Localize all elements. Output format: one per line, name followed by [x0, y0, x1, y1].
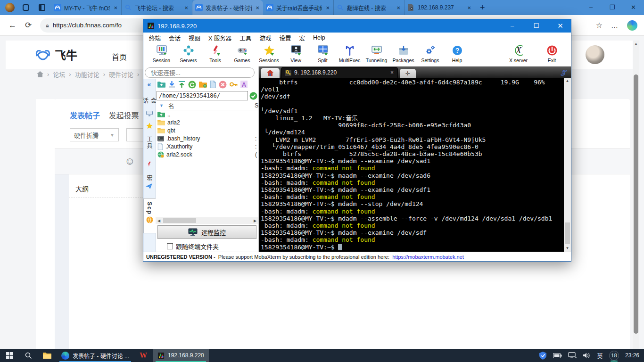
mobatek-link[interactable]: https://mobaxterm.mobatek.net [392, 254, 464, 260]
breadcrumb-item[interactable]: 功能讨论 [75, 70, 99, 79]
terminal-scroll-up-icon[interactable]: ▲ [564, 78, 571, 84]
toolbar-help-button[interactable]: ? Help [444, 44, 471, 63]
file-row[interactable]: .bash_history : [156, 134, 258, 142]
browser-tab[interactable]: 关于raid丢盘手动修 × [263, 0, 334, 15]
browser-tab[interactable]: MY-TV - 飞牛 fnOS × [51, 0, 122, 15]
tab-close-icon[interactable]: × [396, 4, 401, 11]
start-button[interactable] [0, 349, 19, 362]
menu-宏[interactable]: 宏 [299, 33, 305, 42]
browser-tab[interactable]: 192.168.9.237 × [405, 0, 475, 15]
post-tab-label[interactable]: 发表帖子 [70, 112, 100, 120]
tab-close-icon[interactable]: × [183, 4, 189, 11]
toolbar-multiexec-button[interactable]: MultiExec [336, 44, 363, 63]
sftp-path-input[interactable] [157, 91, 248, 100]
menu-游戏[interactable]: 游戏 [259, 33, 271, 42]
menu-X 服务器[interactable]: X 服务器 [208, 33, 231, 42]
vertical-tabs-icon[interactable] [36, 2, 48, 13]
file-row[interactable]: .Xauthority : [156, 142, 258, 150]
font-icon[interactable]: A [240, 81, 248, 88]
file-row[interactable]: qbt [156, 126, 258, 134]
scroll-left-icon[interactable]: ◀ [156, 219, 162, 223]
battery-icon[interactable] [553, 353, 562, 359]
menu-会话[interactable]: 会话 [169, 33, 181, 42]
new-file-icon[interactable] [210, 81, 216, 88]
browser-minimize-button[interactable]: – [580, 0, 602, 15]
taskbar-clock[interactable]: 23:26 [625, 352, 639, 359]
more-menu-icon[interactable]: … [611, 21, 619, 29]
toolbar-split-button[interactable]: Split [309, 44, 336, 63]
breadcrumb-item[interactable]: 硬件讨论 [109, 70, 133, 79]
parent-dir-icon[interactable] [157, 81, 165, 88]
copilot-icon[interactable] [627, 20, 637, 31]
taskbar-mobaxterm-button[interactable]: 192.168.9.220 [153, 349, 209, 362]
moba-minimize-button[interactable]: – [502, 19, 523, 33]
file-explorer-icon[interactable] [38, 349, 57, 362]
toolbar-x-server-button[interactable]: X X server [505, 44, 532, 63]
taskbar-edge-button[interactable]: 发表帖子 - 硬件讨论 ... [57, 349, 134, 362]
close-session-icon[interactable]: × [390, 69, 394, 76]
home-tab[interactable] [261, 68, 280, 78]
tab-close-icon[interactable]: × [466, 4, 472, 11]
taskbar-search-icon[interactable] [19, 349, 38, 362]
browser-restore-button[interactable]: ❐ [602, 0, 623, 15]
follow-terminal-folder-checkbox[interactable]: 跟随终端文件夹 [156, 240, 258, 252]
menu-工具[interactable]: 工具 [239, 33, 251, 42]
profile-avatar-icon[interactable] [4, 2, 16, 13]
terminal-scroll-down-icon[interactable]: ▼ [564, 245, 571, 252]
terminal-scrollbar-thumb[interactable] [565, 222, 570, 244]
file-row[interactable]: .. [156, 110, 258, 118]
toolbar-tools-button[interactable]: Tools [202, 44, 229, 63]
file-row[interactable]: aria2.sock ( [156, 150, 258, 158]
menu-终端[interactable]: 终端 [149, 33, 161, 42]
notification-badge[interactable]: 18 [609, 351, 619, 361]
delete-icon[interactable] [219, 81, 227, 89]
quick-connect-input[interactable] [145, 67, 255, 78]
sidebar-tab-redtool[interactable] [143, 158, 156, 172]
toolbar-settings-button[interactable]: Settings [417, 44, 444, 63]
toolbar-session-button[interactable]: Session [148, 44, 175, 63]
refresh-icon[interactable] [188, 81, 196, 89]
download-icon[interactable] [168, 81, 175, 88]
file-list-header[interactable]: ▼ 名 S [156, 101, 258, 110]
sidebar-tab-工具[interactable]: 工具 [143, 133, 156, 158]
collapse-sidebar-button[interactable]: « [148, 81, 151, 88]
poll-tab-label[interactable]: 发起投票 [108, 112, 139, 120]
browser-tab[interactable]: 翻译在线 - 搜索 × [334, 0, 405, 15]
moba-close-button[interactable]: ✕ [550, 19, 571, 33]
new-folder-icon[interactable] [199, 81, 207, 88]
browser-close-button[interactable]: ✕ [623, 0, 644, 15]
tab-close-icon[interactable]: × [325, 4, 330, 11]
wps-icon[interactable]: W [134, 349, 153, 362]
terminal-screen[interactable]: btrfs cc8dbd00-de2c-40e3-af4f-6d4c987a18… [259, 78, 564, 252]
menu-视图[interactable]: 视图 [189, 33, 200, 42]
category-dropdown[interactable]: 硬件折腾 ▼ [70, 128, 119, 141]
menu-设置[interactable]: 设置 [279, 33, 291, 42]
browser-tab[interactable]: 飞牛论坛 - 搜索 × [122, 0, 192, 15]
workspaces-icon[interactable] [20, 2, 32, 13]
tab-close-icon[interactable]: × [255, 4, 260, 11]
upload-icon[interactable] [178, 81, 185, 88]
toolbar-tunneling-button[interactable]: Tunneling [363, 44, 390, 63]
new-tab-button[interactable]: + [480, 3, 485, 13]
sidebar-tab-会话[interactable]: 会话 [143, 95, 156, 119]
sidebar-tab-starmini[interactable] [143, 119, 156, 133]
nav-home[interactable]: 首页 [112, 51, 127, 62]
scroll-right-icon[interactable]: ▶ [252, 219, 258, 223]
network-icon[interactable] [568, 352, 577, 359]
toolbar-view-button[interactable]: View [282, 44, 309, 63]
moba-maximize-button[interactable]: ☐ [526, 19, 547, 33]
emoji-icon[interactable]: ☺ [124, 155, 135, 167]
hscrollbar-thumb[interactable] [163, 218, 196, 223]
toolbar-exit-button[interactable]: Exit [538, 44, 565, 63]
terminal-scrollbar[interactable]: ▲ ▼ [564, 78, 571, 252]
scrollbar-thumb[interactable] [634, 74, 638, 334]
sidebar-tab-宏[interactable]: 宏 [143, 172, 156, 198]
tab-close-icon[interactable]: × [113, 4, 118, 11]
security-shield-icon[interactable] [539, 352, 547, 360]
checkbox-icon[interactable] [167, 243, 173, 249]
breadcrumb-item[interactable]: 论坛 [53, 70, 65, 79]
sidebar-tab-Scp[interactable]: Scp [143, 198, 156, 233]
toolbar-packages-button[interactable]: Packages [390, 44, 417, 63]
menu-Help[interactable]: Help [313, 34, 325, 41]
input-language-indicator[interactable]: 英 [597, 351, 603, 360]
